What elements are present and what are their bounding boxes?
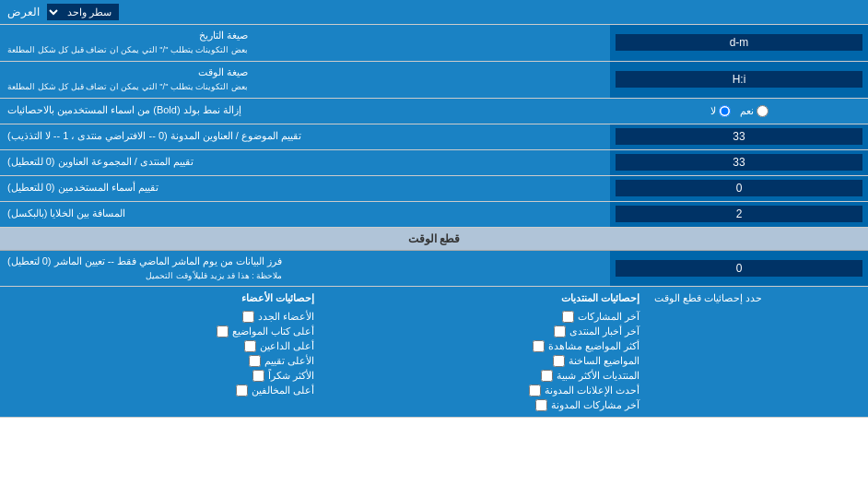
time-format-input-cell: H:i — [610, 62, 868, 98]
date-format-row: d-m صيغة التاريخبعض التكوينات يتطلب "/" … — [0, 25, 868, 62]
time-cut-label: فرز البيانات من يوم الماشر الماضي فقط --… — [0, 251, 610, 287]
main-container: سطر واحد سطرين ثلاثة أسطر العرض d-m صيغة… — [0, 0, 868, 418]
bold-remove-label: إزالة نمط بولد (Bold) من اسماء المستخدمي… — [0, 99, 610, 124]
stat-item-forum-news: آخر أخبار المنتدى — [333, 325, 639, 337]
topic-order-row: 33 تقييم الموضوع / العناوين المدونة (0 -… — [0, 124, 868, 150]
date-format-input[interactable]: d-m — [616, 34, 862, 51]
stat-item-latest-announcements: أحدث الإعلانات المدونة — [333, 385, 639, 396]
topic-order-input-cell: 33 — [610, 124, 868, 149]
stats-forums-header: إحصائيات المنتديات — [333, 292, 639, 304]
bold-no-radio[interactable] — [719, 105, 731, 117]
stat-item-top-rated: الأعلى تقييم — [7, 355, 314, 367]
topic-order-input[interactable]: 33 — [616, 128, 862, 145]
user-order-input-cell: 0 — [610, 176, 868, 201]
forum-order-input[interactable]: 33 — [616, 154, 862, 171]
stat-checkbox-most-thanked[interactable] — [252, 370, 264, 382]
time-format-input[interactable]: H:i — [616, 71, 862, 88]
stat-checkbox-most-similar[interactable] — [541, 370, 553, 382]
stat-item-top-inviters: أعلى الداعين — [7, 340, 314, 352]
time-format-label: صيغة الوقتبعض التكوينات يتطلب "/" التي ي… — [0, 62, 610, 98]
user-order-label: تقييم أسماء المستخدمين (0 للتعطيل) — [0, 176, 610, 201]
stats-members-header: إحصائيات الأعضاء — [7, 292, 314, 304]
stats-limit-label: حدد إحصائيات قطع الوقت — [647, 287, 868, 310]
cell-space-input-cell: 2 — [610, 202, 868, 227]
bold-no-label: لا — [710, 105, 731, 117]
forum-order-label: تقييم المنتدى / المجموعة العناوين (0 للت… — [0, 150, 610, 175]
stat-checkbox-most-viewed[interactable] — [533, 340, 545, 352]
stat-checkbox-last-posts[interactable] — [562, 311, 574, 323]
stats-col-members: إحصائيات الأعضاء الأعضاء الجدد أعلى كتاب… — [7, 292, 314, 411]
stat-item-top-posters: أعلى كتاب المواضيع — [7, 325, 314, 337]
stat-item-most-similar: المنتديات الأكثر شبية — [333, 370, 639, 382]
time-cut-input-cell: 0 — [610, 251, 868, 287]
bold-radio-cell: نعم لا — [610, 99, 868, 124]
stat-checkbox-forum-news[interactable] — [554, 325, 566, 337]
stat-item-hot-topics: المواضيع الساخنة — [333, 355, 639, 367]
bold-yes-label: نعم — [740, 105, 768, 117]
stat-checkbox-blog-posts[interactable] — [535, 399, 547, 411]
stat-item-last-posts: آخر المشاركات — [333, 311, 639, 323]
display-label: العرض — [7, 6, 40, 18]
stat-item-most-thanked: الأكثر شكراً — [7, 370, 314, 382]
stat-item-blog-posts: آخر مشاركات المدونة — [333, 399, 639, 411]
stat-item-new-members: الأعضاء الجدد — [7, 311, 314, 323]
stat-checkbox-top-inviters[interactable] — [244, 340, 256, 352]
forum-order-row: 33 تقييم المنتدى / المجموعة العناوين (0 … — [0, 150, 868, 176]
time-cut-input[interactable]: 0 — [616, 260, 862, 277]
top-row: سطر واحد سطرين ثلاثة أسطر العرض — [0, 0, 868, 25]
stat-checkbox-new-members[interactable] — [242, 311, 254, 323]
bold-yes-radio[interactable] — [757, 105, 768, 117]
time-format-row: H:i صيغة الوقتبعض التكوينات يتطلب "/" ال… — [0, 62, 868, 99]
cell-space-row: 2 المسافة بين الخلايا (بالبكسل) — [0, 202, 868, 228]
display-dropdown[interactable]: سطر واحد سطرين ثلاثة أسطر — [47, 4, 119, 20]
user-order-input[interactable]: 0 — [616, 180, 862, 196]
stat-checkbox-hot-topics[interactable] — [553, 355, 565, 367]
bold-remove-row: نعم لا إزالة نمط بولد (Bold) من اسماء ال… — [0, 99, 868, 124]
cell-space-input[interactable]: 2 — [616, 206, 862, 222]
user-order-row: 0 تقييم أسماء المستخدمين (0 للتعطيل) — [0, 176, 868, 202]
date-format-label: صيغة التاريخبعض التكوينات يتطلب "/" التي… — [0, 25, 610, 61]
forum-order-input-cell: 33 — [610, 150, 868, 175]
stat-checkbox-top-posters[interactable] — [217, 325, 229, 337]
date-format-input-cell: d-m — [610, 25, 868, 61]
topic-order-label: تقييم الموضوع / العناوين المدونة (0 -- ا… — [0, 124, 610, 149]
stats-row: حدد إحصائيات قطع الوقت إحصائيات المنتديا… — [0, 287, 868, 418]
stats-columns: إحصائيات المنتديات آخر المشاركات آخر أخب… — [0, 287, 647, 417]
stat-item-most-viewed: أكثر المواضيع مشاهدة — [333, 340, 639, 352]
stat-checkbox-top-rated[interactable] — [249, 355, 261, 367]
stat-checkbox-latest-announcements[interactable] — [529, 385, 541, 396]
time-cut-row: 0 فرز البيانات من يوم الماشر الماضي فقط … — [0, 251, 868, 288]
stat-checkbox-top-warned[interactable] — [236, 385, 248, 396]
stat-item-top-warned: أعلى المخالفين — [7, 385, 314, 396]
stats-col-forums: إحصائيات المنتديات آخر المشاركات آخر أخب… — [333, 292, 639, 411]
cell-space-label: المسافة بين الخلايا (بالبكسل) — [0, 202, 610, 227]
time-cut-header: قطع الوقت — [0, 228, 868, 251]
